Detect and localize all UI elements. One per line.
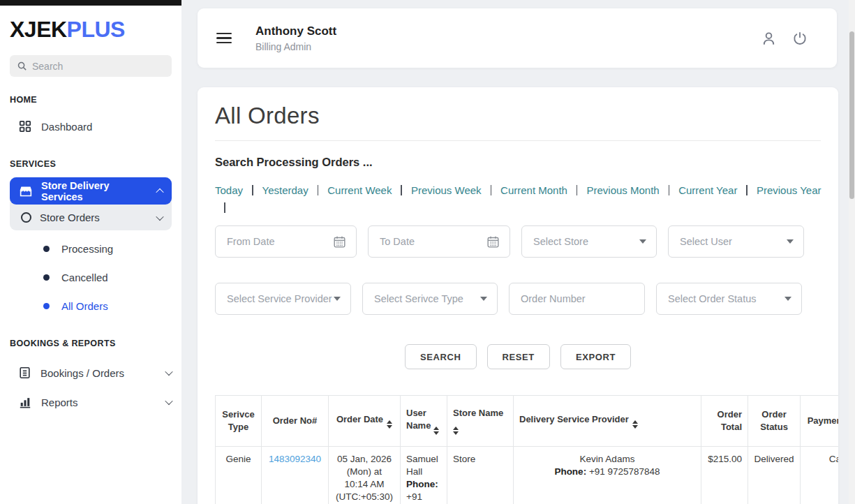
bullet-icon: [43, 303, 50, 309]
chevron-down-icon: [165, 368, 172, 376]
divider: [577, 185, 578, 195]
user-phone-text: +91: [406, 491, 422, 502]
caret-down-icon: [639, 239, 646, 244]
sidebar-item-label: Bookings / Orders: [40, 367, 156, 379]
divider: [746, 185, 748, 195]
export-button[interactable]: EXPORT: [560, 344, 631, 369]
all-orders-panel: All Orders Search Processing Orders ... …: [198, 87, 838, 504]
sidebar-item-store-orders[interactable]: Store Orders: [10, 205, 172, 230]
quick-filter-current-year[interactable]: Current Year: [678, 184, 737, 196]
search-icon: [17, 61, 27, 71]
table-row: Genie 1483092340 05 Jan, 2026 (Mon) at 1…: [216, 447, 839, 504]
scrollbar-thumb[interactable]: [849, 31, 854, 199]
logout-power-icon[interactable]: [792, 30, 808, 47]
cell-order-status: Delivered: [748, 447, 801, 504]
search-input[interactable]: [32, 61, 165, 72]
search-section-heading: Search Processing Orders ...: [215, 156, 821, 169]
col-header-payment-mode: Payment Mode: [801, 396, 839, 447]
user-name-text: Samuel Hall: [406, 454, 438, 477]
dropdown-placeholder: Select Order Status: [668, 293, 785, 304]
user-identity: Anthony Scott Billing Admin: [255, 24, 336, 52]
section-label-services: SERVICES: [10, 159, 172, 169]
order-number-link[interactable]: 1483092340: [269, 454, 321, 464]
sidebar-item-label: Reports: [41, 396, 156, 408]
sidebar-item-bookings-orders[interactable]: Bookings / Orders: [0, 358, 181, 387]
col-header-user-name[interactable]: User Name: [401, 396, 447, 447]
sidebar-item-reports[interactable]: Reports: [0, 387, 181, 417]
sidebar-item-all-orders[interactable]: All Orders: [0, 292, 181, 320]
sidebar-item-processing[interactable]: Processing: [0, 235, 181, 263]
store-delivery-group: Store Delivery Services Store Orders: [10, 177, 172, 230]
sidebar-search[interactable]: [10, 55, 172, 77]
search-button[interactable]: SEARCH: [405, 344, 477, 369]
brand-logo[interactable]: XJEKPLUS: [0, 6, 181, 43]
quick-filter-current-week[interactable]: Current Week: [327, 184, 392, 196]
select-store-dropdown[interactable]: Select Store: [521, 225, 657, 258]
dropdown-placeholder: Select Serivce Type: [374, 293, 480, 304]
provider-name-text: Kevin Adams: [519, 453, 695, 466]
select-service-provider-dropdown[interactable]: Select Service Provider: [215, 283, 351, 315]
select-order-status-dropdown[interactable]: Select Order Status: [656, 283, 802, 315]
phone-label: Phone:: [406, 479, 438, 489]
order-number-input[interactable]: [521, 293, 634, 304]
col-header-label: Order Date: [336, 414, 383, 424]
col-header-order-date[interactable]: Order Date: [329, 396, 401, 447]
select-user-dropdown[interactable]: Select User: [668, 225, 804, 258]
sidebar-item-label: Cancelled: [61, 272, 108, 283]
col-header-label: Delivery Service Provider: [519, 414, 629, 424]
phone-label: Phone:: [554, 466, 586, 477]
caret-down-icon: [334, 297, 341, 301]
col-header-delivery-service-provider[interactable]: Delivery Service Provider: [514, 396, 701, 447]
sidebar-item-store-delivery-services[interactable]: Store Delivery Services: [10, 177, 172, 205]
sidebar-item-cancelled[interactable]: Cancelled: [0, 263, 181, 292]
brand-logo-part1: XJEK: [10, 17, 67, 42]
to-date-field[interactable]: [368, 225, 510, 258]
store-orders-submenu: Processing Cancelled All Orders: [0, 235, 181, 320]
top-header-bar: Anthony Scott Billing Admin: [198, 8, 837, 68]
col-header-label: Store Name: [453, 408, 503, 418]
to-date-input[interactable]: [380, 236, 486, 247]
order-number-field[interactable]: [509, 283, 645, 315]
quick-filter-current-month[interactable]: Current Month: [500, 184, 567, 196]
caret-down-icon: [785, 297, 791, 301]
provider-phone-text: +91 9725787848: [589, 466, 660, 477]
quick-filter-yesterday[interactable]: Yesterday: [262, 184, 308, 196]
col-header-service-type: Serivce Type: [216, 396, 262, 447]
calendar-icon: [333, 235, 346, 249]
bullet-icon: [43, 274, 50, 281]
quick-filter-previous-year[interactable]: Previous Year: [757, 184, 821, 196]
reset-button[interactable]: RESET: [487, 344, 550, 369]
sidebar-item-dashboard[interactable]: Dashboard: [0, 112, 181, 141]
quick-filter-previous-month[interactable]: Previous Month: [586, 184, 659, 196]
sort-icon[interactable]: [453, 427, 459, 436]
quick-date-filters: Today Yesterday Current Week Previous We…: [215, 184, 829, 213]
section-label-bookings-reports: BOOKINGS & REPORTS: [10, 339, 172, 348]
orders-table-container: Serivce Type Order No# Order Date User N…: [215, 395, 838, 504]
bar-chart-icon: [19, 396, 31, 408]
sidebar-item-label: Store Orders: [40, 212, 149, 223]
from-date-field[interactable]: [215, 225, 357, 258]
cell-order-total: $215.00: [701, 447, 748, 504]
sort-icon[interactable]: [387, 420, 392, 429]
page-title: All Orders: [215, 103, 821, 129]
from-date-input[interactable]: [227, 236, 333, 247]
sort-icon[interactable]: [632, 420, 638, 429]
sidebar-item-label: Dashboard: [41, 121, 172, 133]
page-scrollbar[interactable]: [849, 0, 855, 504]
quick-filter-previous-week[interactable]: Previous Week: [411, 184, 482, 196]
cell-payment-mode: Card: [801, 447, 839, 504]
select-service-type-dropdown[interactable]: Select Serivce Type: [362, 283, 498, 315]
chevron-up-icon: [156, 188, 163, 195]
cell-order-no: 1483092340: [262, 447, 329, 504]
col-header-store-name[interactable]: Store Name: [447, 396, 514, 447]
chevron-down-icon: [165, 397, 172, 405]
divider: [318, 185, 319, 195]
sort-icon[interactable]: [433, 427, 439, 436]
divider: [669, 185, 670, 195]
col-header-label: User Name: [406, 408, 431, 431]
divider: [491, 185, 492, 195]
hamburger-menu-icon[interactable]: [216, 30, 232, 47]
quick-filter-today[interactable]: Today: [215, 184, 243, 196]
cell-service-type: Genie: [216, 447, 262, 504]
profile-icon[interactable]: [761, 30, 777, 47]
